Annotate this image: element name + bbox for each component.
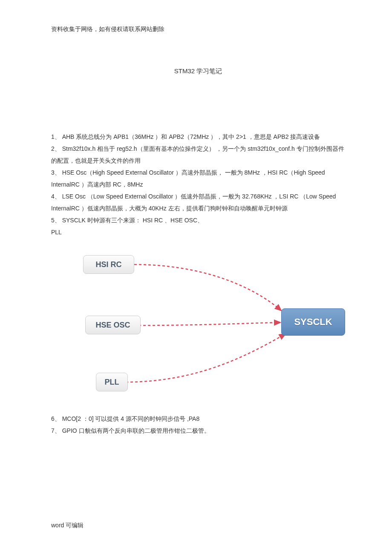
footer-note: word 可编辑: [51, 522, 84, 529]
document-title: STM32 学习笔记: [51, 67, 345, 75]
node-sysclk: SYSCLK: [281, 308, 345, 336]
header-disclaimer: 资料收集于网络，如有侵权请联系网站删除: [51, 26, 345, 33]
node-hse-osc: HSE OSC: [85, 316, 141, 334]
paragraph-6: 6、 MCO[2 ：0] 可以提供 4 源不同的时钟同步信号 ,PA8: [51, 413, 345, 425]
node-hsi-rc: HSI RC: [83, 255, 134, 274]
node-pll: PLL: [96, 373, 128, 391]
body-content: 1、 AHB 系统总线分为 APB1（36MHz ）和 APB2（72MHz ）…: [51, 131, 345, 238]
paragraph-5: 5、 SYSCLK 时钟源有三个来源： HSI RC 、HSE OSC、: [51, 214, 345, 226]
clock-source-diagram: HSI RC HSE OSC PLL SYSCLK: [72, 251, 345, 400]
paragraph-1: 1、 AHB 系统总线分为 APB1（36MHz ）和 APB2（72MHz ）…: [51, 131, 345, 143]
paragraph-3: 3、 HSE Osc（High Speed External Oscillato…: [51, 167, 345, 190]
paragraph-4: 4、 LSE Osc （Low Speed External Oscillato…: [51, 190, 345, 214]
paragraph-7: 7、 GPIO 口貌似有两个反向串联的二极管用作钳位二极管。: [51, 425, 345, 437]
document-page: 资料收集于网络，如有侵权请联系网站删除 STM32 学习笔记 1、 AHB 系统…: [0, 0, 392, 555]
body-content-after: 6、 MCO[2 ：0] 可以提供 4 源不同的时钟同步信号 ,PA8 7、 G…: [51, 413, 345, 437]
paragraph-2: 2、 Stm32f10x.h 相当于 reg52.h（里面有基本的位操作定义） …: [51, 143, 345, 167]
paragraph-5b: PLL: [51, 226, 345, 238]
